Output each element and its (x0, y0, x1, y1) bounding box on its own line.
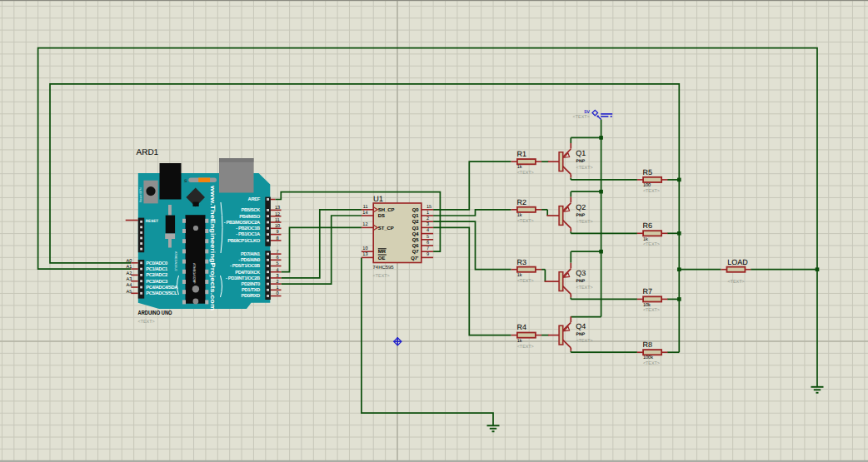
svg-text:PNP: PNP (576, 279, 586, 284)
svg-text:PB4/MISO: PB4/MISO (239, 214, 260, 220)
svg-text:- PB3/MOSI/OC2A: - PB3/MOSI/OC2A (224, 220, 261, 226)
svg-text:R3: R3 (516, 258, 526, 266)
svg-text:10k: 10k (643, 302, 651, 308)
svg-text:A3: A3 (126, 277, 132, 282)
svg-text:Q4: Q4 (576, 322, 586, 330)
svg-text:PD2/INT0: PD2/INT0 (242, 281, 260, 287)
svg-text:Q5: Q5 (412, 237, 420, 243)
svg-text:1k: 1k (517, 164, 522, 170)
svg-text:<TEXT>: <TEXT> (138, 320, 155, 325)
svg-text:S: S (184, 179, 187, 184)
svg-text:Q2: Q2 (576, 203, 586, 211)
svg-text:PC3/ADC3: PC3/ADC3 (146, 279, 168, 285)
svg-text:- PD6/AIN0: - PD6/AIN0 (238, 257, 260, 263)
svg-text:OE: OE (378, 256, 386, 261)
svg-text:PD7/AIN1: PD7/AIN1 (241, 251, 261, 257)
svg-text:<TEXT>: <TEXT> (576, 166, 593, 171)
svg-text:100: 100 (643, 183, 651, 188)
svg-text:R7: R7 (643, 287, 653, 296)
svg-text:- PB2/OC1B: - PB2/OC1B (236, 226, 260, 231)
svg-text:PNP: PNP (576, 159, 586, 164)
svg-text:0: 0 (276, 291, 278, 296)
svg-text:PNP: PNP (576, 332, 586, 337)
svg-text:2: 2 (276, 280, 278, 285)
svg-text:Q1: Q1 (576, 149, 586, 157)
svg-text:1k: 1k (517, 212, 522, 218)
svg-text:7: 7 (427, 246, 429, 251)
svg-text:PNP: PNP (576, 213, 586, 218)
svg-text:11: 11 (363, 205, 368, 210)
svg-text:ARD1: ARD1 (137, 148, 159, 157)
svg-text:A5: A5 (126, 290, 132, 295)
svg-text:Q6: Q6 (412, 243, 420, 249)
svg-text:5: 5 (427, 235, 429, 240)
svg-text:AREF: AREF (248, 197, 261, 202)
svg-text:Q2: Q2 (412, 219, 420, 225)
svg-text:6: 6 (427, 241, 429, 246)
svg-text:PD1/TXD: PD1/TXD (242, 287, 260, 293)
svg-text:- PB1/OC1A: - PB1/OC1A (236, 231, 261, 237)
svg-text:R1: R1 (516, 150, 526, 158)
svg-text:<TEXT>: <TEXT> (576, 286, 593, 291)
svg-text:U1: U1 (373, 195, 383, 204)
svg-text:10: 10 (362, 246, 367, 251)
svg-text:R4: R4 (516, 323, 526, 331)
svg-text:A1: A1 (126, 265, 132, 270)
svg-text:<TEXT>: <TEXT> (728, 280, 745, 285)
svg-text:Q7: Q7 (412, 249, 420, 255)
svg-text:<TEXT>: <TEXT> (573, 115, 590, 120)
svg-text:<TEXT>: <TEXT> (643, 189, 660, 194)
svg-text:2: 2 (427, 216, 429, 221)
svg-text:ATMEGA328P: ATMEGA328P (192, 263, 196, 284)
svg-text:9: 9 (427, 252, 429, 257)
svg-text:ST_CP: ST_CP (378, 226, 394, 231)
svg-text:15: 15 (427, 205, 432, 210)
svg-text:11: 11 (275, 218, 280, 223)
svg-text:1: 1 (427, 211, 429, 216)
svg-text:- PD5/T1/OC0B: - PD5/T1/OC0B (230, 263, 260, 269)
svg-text:R5: R5 (643, 168, 653, 176)
svg-text:7: 7 (276, 250, 278, 255)
svg-text:DS: DS (378, 213, 385, 219)
svg-text:PB0/ICP1/CLKO: PB0/ICP1/CLKO (227, 238, 260, 244)
svg-text:ARDUINO UNO: ARDUINO UNO (138, 309, 172, 316)
svg-text:9: 9 (276, 230, 278, 235)
svg-text:Reset BTN: Reset BTN (139, 187, 142, 202)
svg-text:PD4/T0/XCK: PD4/T0/XCK (235, 270, 261, 276)
svg-text:PC0/ADC0: PC0/ADC0 (146, 261, 167, 266)
svg-text:RESET: RESET (146, 219, 159, 223)
svg-text:R8: R8 (643, 340, 653, 349)
svg-text:R6: R6 (643, 221, 653, 230)
svg-text:PC1/ADC1: PC1/ADC1 (146, 266, 168, 272)
svg-text:<TEXT>: <TEXT> (517, 219, 534, 224)
svg-text:<TEXT>: <TEXT> (643, 361, 660, 366)
svg-text:<TEXT>: <TEXT> (517, 279, 534, 284)
svg-text:4: 4 (427, 228, 429, 233)
svg-text:LOAD: LOAD (727, 258, 748, 266)
svg-text:12: 12 (362, 222, 367, 227)
svg-text:PD0/RXD: PD0/RXD (241, 293, 260, 299)
svg-text:Q1: Q1 (412, 213, 420, 219)
svg-text:Q7': Q7' (411, 256, 419, 261)
svg-text:1k: 1k (517, 272, 522, 278)
svg-text:R2: R2 (516, 198, 526, 206)
svg-text:<TEXT>: <TEXT> (517, 345, 534, 350)
svg-text:ATMEGA16U2: ATMEGA16U2 (174, 251, 177, 271)
svg-text:1k: 1k (643, 236, 648, 242)
svg-text:100k: 100k (643, 355, 653, 360)
svg-text:74HC595: 74HC595 (373, 265, 395, 271)
svg-text:8: 8 (276, 236, 278, 241)
svg-text:1k: 1k (517, 338, 522, 344)
svg-text:MR: MR (378, 249, 387, 255)
svg-text:3: 3 (427, 222, 429, 227)
svg-text:PC5/ADC5/SCL: PC5/ADC5/SCL (146, 291, 177, 296)
svg-text:Q0: Q0 (412, 207, 420, 213)
svg-text:A4: A4 (126, 283, 132, 288)
svg-text:13: 13 (275, 206, 280, 211)
svg-text:<TEXT>: <TEXT> (643, 308, 660, 313)
svg-text:5: 5 (276, 261, 278, 266)
svg-text:<TEXT>: <TEXT> (576, 220, 593, 225)
svg-text:3: 3 (276, 274, 278, 279)
svg-text:13: 13 (362, 252, 367, 257)
svg-text:PC4/ADC4/SDA: PC4/ADC4/SDA (146, 285, 178, 291)
